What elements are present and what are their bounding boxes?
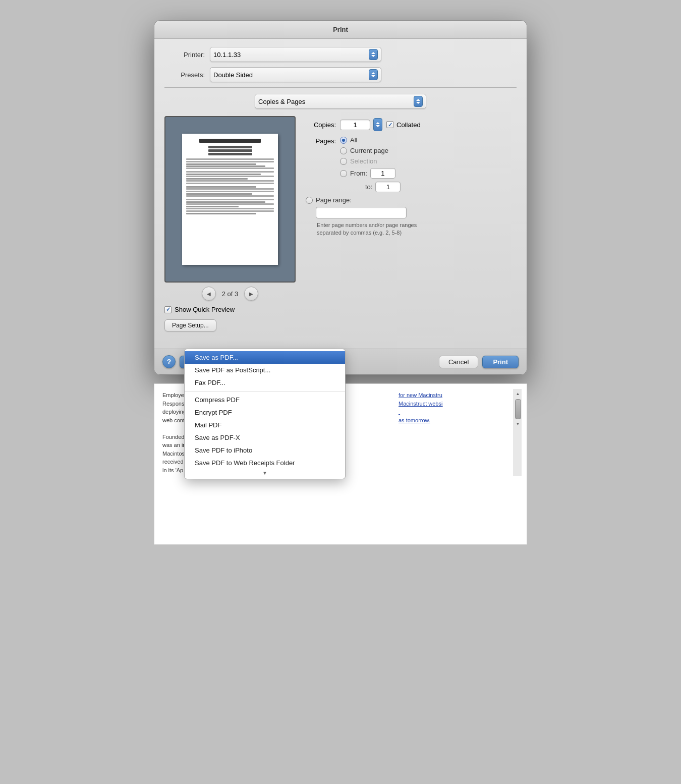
radio-range-button[interactable] <box>306 197 313 204</box>
print-dialog: Print Printer: 10.1.1.33 Presets: Double… <box>154 20 527 375</box>
collated-checkbox[interactable] <box>386 121 393 128</box>
separator-1 <box>164 87 517 88</box>
scroll-up-arrow[interactable]: ▲ <box>515 390 521 398</box>
presets-stepper-up[interactable] <box>371 72 375 74</box>
print-button[interactable]: Print <box>482 356 519 368</box>
menu-item-encrypt[interactable]: Encrypt PDF <box>185 406 345 419</box>
panel-select[interactable]: Copies & Pages <box>255 94 426 109</box>
copies-label: Copies: <box>306 121 336 129</box>
menu-item-save-pdf[interactable]: Save as PDF... <box>185 351 345 364</box>
doc-line-10 <box>186 180 274 182</box>
printer-row: Printer: 10.1.1.33 <box>164 47 517 62</box>
presets-label: Presets: <box>164 71 205 79</box>
preview-area: ◀ 2 of 3 ▶ Show Quick Preview Page Setup… <box>164 116 296 331</box>
panel-row: Copies & Pages <box>164 94 517 109</box>
doc-line-23 <box>186 213 256 214</box>
menu-item-save-pdfx[interactable]: Save as PDF-X <box>185 431 345 444</box>
doc-line-9 <box>186 178 248 180</box>
presets-stepper-down[interactable] <box>371 75 375 77</box>
scroll-thumb[interactable] <box>515 399 521 419</box>
to-label: to: <box>365 183 372 191</box>
radio-current-row: Current page <box>340 147 401 154</box>
doc-line-21 <box>186 208 274 209</box>
page-range-input[interactable] <box>316 207 407 218</box>
radio-from-label: From: <box>350 170 367 177</box>
presets-stepper[interactable] <box>369 69 378 80</box>
doc-line-19 <box>186 203 274 205</box>
copies-stepper-up[interactable] <box>376 122 380 124</box>
menu-item-fax-pdf[interactable]: Fax PDF... <box>185 376 345 389</box>
webpage-scrollbar[interactable]: ▲ ▼ <box>514 389 522 476</box>
menu-item-compress[interactable]: Compress PDF <box>185 394 345 406</box>
panel-stepper[interactable] <box>414 96 423 107</box>
menu-item-save-iphoto[interactable]: Save PDF to iPhoto <box>185 444 345 457</box>
options-area: Copies: Collated Pages: <box>306 116 517 331</box>
doc-line-3 <box>186 163 256 165</box>
copies-input[interactable] <box>340 120 370 130</box>
next-page-button[interactable]: ▶ <box>244 287 258 301</box>
menu-scroll-indicator: ▼ <box>185 469 345 477</box>
copies-stepper[interactable] <box>373 118 382 131</box>
to-row: to: <box>340 182 401 192</box>
page-setup-button[interactable]: Page Setup... <box>164 319 216 331</box>
doc-line-5 <box>186 167 274 169</box>
printer-stepper-down[interactable] <box>371 55 375 57</box>
doc-sub-line-3 <box>208 153 252 155</box>
cancel-button[interactable]: Cancel <box>439 356 478 368</box>
doc-sub-line-2 <box>208 149 252 152</box>
printer-select[interactable]: 10.1.1.33 <box>210 47 381 62</box>
presets-select[interactable]: Double Sided <box>210 67 381 82</box>
pages-label: Pages: <box>306 136 336 192</box>
document-preview-box <box>164 116 296 283</box>
doc-line-18 <box>186 201 265 203</box>
menu-item-save-web-receipts[interactable]: Save PDF to Web Receipts Folder <box>185 457 345 469</box>
show-preview-checkbox[interactable] <box>164 306 172 313</box>
pages-radio-group: All Current page Selection <box>340 136 401 192</box>
menu-separator-1 <box>185 391 345 391</box>
printer-label: Printer: <box>164 51 205 59</box>
doc-line-14 <box>186 191 274 192</box>
presets-row: Presets: Double Sided <box>164 67 517 82</box>
page-range-section: Page range: Enter page numbers and/or pa… <box>306 196 517 237</box>
radio-all-button[interactable] <box>340 137 347 144</box>
doc-sub-line-1 <box>208 146 252 148</box>
doc-line-4 <box>186 165 265 167</box>
copies-stepper-down[interactable] <box>376 125 380 127</box>
range-input-wrapper <box>306 207 517 218</box>
copies-row: Copies: Collated <box>306 118 517 131</box>
show-preview-checkbox-wrapper[interactable]: Show Quick Preview <box>164 306 235 313</box>
menu-item-save-postscript[interactable]: Save PDF as PostScript... <box>185 364 345 376</box>
doc-line-13 <box>186 188 274 190</box>
help-button[interactable]: ? <box>162 355 176 368</box>
prev-page-button[interactable]: ◀ <box>202 287 216 301</box>
radio-current-button[interactable] <box>340 147 347 154</box>
scroll-down-arrow[interactable]: ▼ <box>515 420 521 428</box>
from-input[interactable] <box>370 168 395 179</box>
panel-stepper-up[interactable] <box>416 99 420 101</box>
menu-item-mail[interactable]: Mail PDF <box>185 419 345 431</box>
webpage-col-3: for new Macinstru Macinstruct websi as t… <box>395 389 514 476</box>
radio-from-button[interactable] <box>340 170 347 177</box>
to-input[interactable] <box>375 182 401 192</box>
panel-select-value: Copies & Pages <box>258 98 411 105</box>
pdf-dropdown-menu: Save as PDF... Save PDF as PostScript...… <box>184 349 346 479</box>
printer-stepper[interactable] <box>369 49 378 60</box>
doc-title-line <box>199 139 261 143</box>
radio-selection-button[interactable] <box>340 158 347 165</box>
title-bar: Print <box>154 21 527 39</box>
doc-line-2 <box>186 161 274 162</box>
presets-select-value: Double Sided <box>213 71 366 79</box>
radio-all-label: All <box>350 136 357 144</box>
printer-stepper-up[interactable] <box>371 52 375 54</box>
panel-stepper-down[interactable] <box>416 102 420 104</box>
show-preview-label: Show Quick Preview <box>175 306 235 313</box>
page-range-row: Page range: <box>306 196 517 204</box>
radio-current-label: Current page <box>350 147 388 154</box>
doc-line-8 <box>186 176 274 177</box>
doc-line-7 <box>186 174 261 175</box>
document-preview <box>182 134 278 265</box>
radio-all-row: All <box>340 136 401 144</box>
doc-line-11 <box>186 183 274 184</box>
doc-line-15 <box>186 193 252 195</box>
dialog-title: Print <box>333 26 348 33</box>
